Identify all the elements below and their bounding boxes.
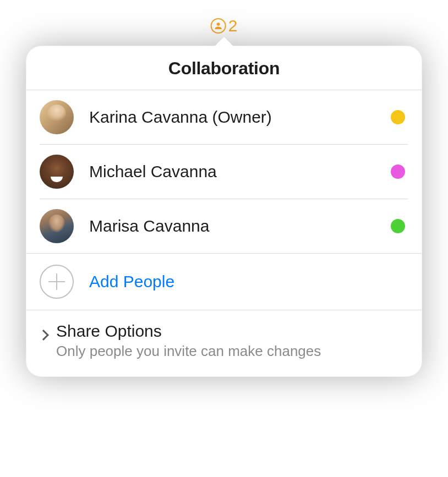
add-people-button[interactable]: Add People <box>26 253 422 310</box>
popover-title: Collaboration <box>26 58 422 79</box>
person-name: Karina Cavanna (Owner) <box>89 108 391 127</box>
share-options-title: Share Options <box>56 321 321 341</box>
people-list: Karina Cavanna (Owner) Michael Cavanna M… <box>26 90 422 253</box>
chevron-right-icon <box>40 330 48 339</box>
avatar <box>40 100 74 134</box>
collaboration-trigger[interactable]: 2 <box>211 17 238 35</box>
add-people-label: Add People <box>89 272 174 291</box>
popover-header: Collaboration <box>26 46 422 90</box>
collaborator-count: 2 <box>228 17 238 35</box>
person-icon <box>211 18 226 34</box>
popover-arrow <box>215 36 233 46</box>
status-dot <box>391 219 405 233</box>
status-dot <box>391 110 405 124</box>
person-row[interactable]: Marisa Cavanna <box>40 199 408 253</box>
collaboration-popover: Collaboration Karina Cavanna (Owner) Mic… <box>26 36 422 377</box>
person-name: Marisa Cavanna <box>89 217 391 235</box>
share-options-subtitle: Only people you invite can make changes <box>56 342 321 361</box>
share-options-button[interactable]: Share Options Only people you invite can… <box>26 310 422 376</box>
person-name: Michael Cavanna <box>89 162 391 181</box>
plus-icon <box>40 265 74 299</box>
avatar <box>40 155 74 189</box>
status-dot <box>391 165 405 179</box>
person-row[interactable]: Michael Cavanna <box>40 145 408 199</box>
avatar <box>40 209 74 243</box>
person-row[interactable]: Karina Cavanna (Owner) <box>40 90 408 145</box>
share-options-text: Share Options Only people you invite can… <box>56 321 321 361</box>
